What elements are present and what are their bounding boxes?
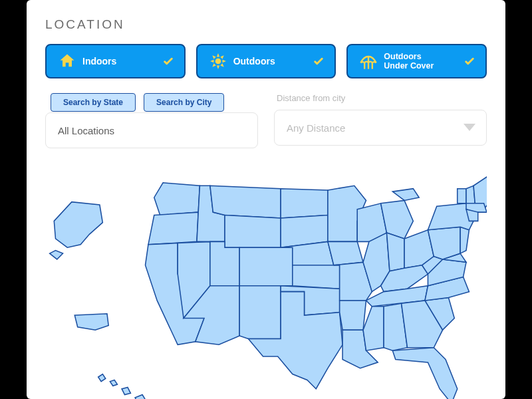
state-or[interactable] bbox=[148, 212, 198, 245]
toggle-label: Indoors bbox=[82, 56, 162, 66]
territory-puertorico[interactable] bbox=[74, 314, 108, 330]
toggle-outdoors-under-cover[interactable]: Outdoors Under Cover bbox=[346, 44, 487, 78]
state-mi[interactable] bbox=[381, 189, 420, 239]
state-in[interactable] bbox=[386, 233, 404, 271]
location-search-col: Search by State Search by City All Locat… bbox=[45, 93, 258, 148]
venue-type-toggles: Indoors Outdoors Outdoors Under Cover bbox=[45, 44, 487, 78]
svg-marker-1 bbox=[217, 53, 219, 57]
svg-marker-4 bbox=[222, 60, 225, 63]
state-co[interactable] bbox=[239, 247, 293, 286]
tab-search-by-state[interactable]: Search by State bbox=[51, 93, 136, 112]
toggle-outdoors[interactable]: Outdoors bbox=[196, 44, 336, 78]
svg-marker-7 bbox=[212, 63, 215, 66]
location-panel: LOCATION Indoors Outdoors Outdoors bbox=[27, 0, 505, 399]
section-title: LOCATION bbox=[45, 17, 487, 32]
state-fl[interactable] bbox=[392, 348, 457, 399]
state-nm[interactable] bbox=[239, 286, 281, 339]
distance-label: Distance from city bbox=[277, 93, 487, 103]
svg-marker-5 bbox=[212, 55, 215, 59]
state-alaska[interactable] bbox=[50, 202, 103, 259]
distance-select[interactable]: Any Distance bbox=[274, 110, 487, 146]
search-mode-tabs: Search by State Search by City bbox=[51, 93, 258, 112]
state-ms[interactable] bbox=[363, 307, 384, 350]
sun-icon bbox=[207, 53, 229, 70]
svg-marker-9 bbox=[464, 124, 475, 131]
tab-search-by-city[interactable]: Search by City bbox=[144, 93, 224, 112]
state-ar[interactable] bbox=[340, 301, 366, 330]
us-map[interactable] bbox=[45, 156, 487, 399]
state-nj[interactable] bbox=[460, 227, 469, 253]
state-nd[interactable] bbox=[281, 189, 328, 218]
check-icon bbox=[463, 55, 476, 68]
svg-point-0 bbox=[215, 59, 221, 65]
locations-select[interactable]: All Locations bbox=[45, 112, 258, 148]
svg-marker-3 bbox=[210, 60, 213, 63]
state-mt[interactable] bbox=[210, 186, 281, 218]
check-icon bbox=[312, 55, 325, 68]
state-ut[interactable] bbox=[210, 241, 239, 285]
locations-select-value: All Locations bbox=[58, 125, 114, 136]
home-icon bbox=[56, 52, 78, 70]
toggle-label: Outdoors Under Cover bbox=[384, 52, 463, 71]
toggle-indoors[interactable]: Indoors bbox=[45, 44, 186, 78]
check-icon bbox=[162, 55, 175, 68]
distance-select-placeholder: Any Distance bbox=[287, 122, 345, 134]
svg-marker-6 bbox=[220, 55, 223, 59]
svg-marker-8 bbox=[220, 63, 223, 66]
state-hawaii[interactable] bbox=[98, 374, 147, 399]
state-wa[interactable] bbox=[154, 183, 200, 215]
state-ks[interactable] bbox=[293, 265, 340, 289]
toggle-label: Outdoors bbox=[233, 56, 313, 66]
distance-col: Distance from city Any Distance bbox=[274, 93, 487, 148]
state-ia[interactable] bbox=[328, 241, 363, 265]
search-row: Search by State Search by City All Locat… bbox=[45, 93, 487, 148]
state-wy[interactable] bbox=[225, 215, 281, 248]
chevron-down-icon bbox=[464, 124, 475, 132]
state-vt[interactable] bbox=[458, 189, 466, 203]
svg-marker-2 bbox=[217, 66, 219, 69]
tent-icon bbox=[357, 52, 380, 70]
